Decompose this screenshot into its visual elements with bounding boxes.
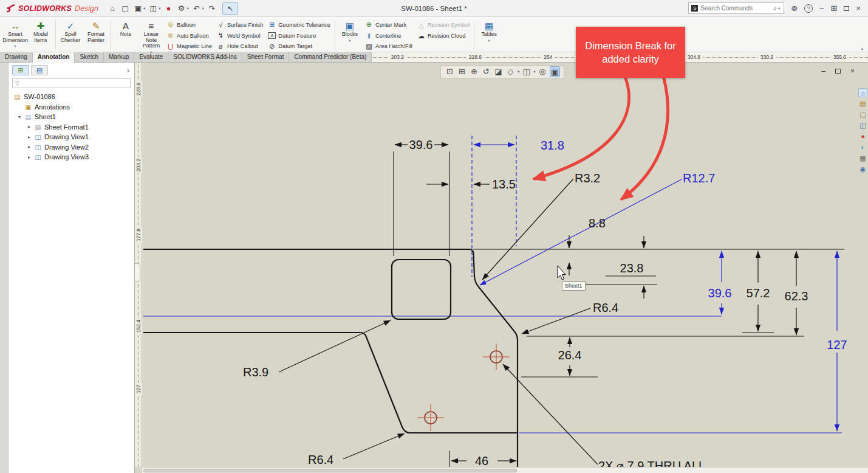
doc-restore-icon[interactable] [835,69,841,74]
blocks-caret[interactable]: ▾ [349,38,350,43]
dim-13-5[interactable]: 13.5 [492,178,516,191]
scenes-icon[interactable]: ◐ [858,143,867,152]
zoom-in-out-icon[interactable]: ⊕ [469,66,479,77]
dim-top-width-blue[interactable]: 31.8 [541,139,564,152]
dim-23-8[interactable]: 23.8 [620,261,644,275]
note-button[interactable]: A Note [113,18,138,52]
appearances-icon[interactable]: ● [858,132,867,141]
expander-open-icon[interactable]: ▾ [17,114,22,120]
center-mark-button[interactable]: ⊕Center Mark [363,19,415,30]
dim-radius-6-4-bottom[interactable]: R6.4 [308,453,333,466]
feature-filter-bar[interactable]: ▽ [12,78,131,88]
tab-solidworks-addins[interactable]: SOLIDWORKS Add-Ins [168,52,242,63]
redo-button[interactable]: ↷ [206,1,218,16]
options-button[interactable]: ⚙ [176,1,188,16]
tab-sketch[interactable]: Sketch [75,52,104,63]
dim-radius-12-7[interactable]: R12.7 [683,171,715,185]
dim-8-8[interactable]: 8.8 [589,216,606,230]
horizontal-scrollbar[interactable] [142,467,868,473]
search-dropdown-caret[interactable]: ▾ [778,6,780,11]
spell-checker-button[interactable]: ✓ Spell Checker [58,18,83,52]
select-tool-button[interactable]: ↖ [222,2,238,15]
tab-evaluate[interactable]: Evaluate [134,52,168,63]
record-button[interactable]: ● [163,1,175,16]
panel-expand-button[interactable]: › [127,66,132,75]
hide-show-items-icon[interactable]: ◎ [538,66,548,77]
open-dropdown-caret[interactable]: ▾ [143,6,145,11]
file-explorer-icon[interactable]: ▢ [858,110,867,119]
feature-tree-tab[interactable]: ⊞ [12,65,29,75]
dim-radius-3-9[interactable]: R3.9 [243,365,268,379]
save-dropdown-caret[interactable]: ▾ [159,6,160,11]
dim-127[interactable]: 127 [827,338,847,351]
dim-radius-6-4-top[interactable]: R6.4 [593,301,618,314]
smart-dimension-button[interactable]: ↔ Smart Dimension ▾ [2,18,28,52]
zoom-area-icon[interactable]: ⊞ [457,66,467,77]
blocks-button[interactable]: ▣ Blocks ▾ [337,18,363,52]
home-button[interactable]: ⌂ [106,1,118,16]
dim-radius-3-2[interactable]: R3.2 [575,171,600,185]
tree-item-sheet1[interactable]: ▾ ▤ Sheet1 [9,112,134,122]
view-settings-icon[interactable]: ▣ [550,66,560,77]
apps-button[interactable]: ⊞ [831,4,838,13]
previous-view-icon[interactable]: ↺ [481,66,491,77]
custom-properties-icon[interactable]: ▦ [858,154,867,163]
tables-caret[interactable]: ▾ [488,38,490,43]
help-button[interactable]: ? [804,4,813,13]
login-button[interactable]: ⊚ [791,4,798,13]
close-button[interactable]: × [856,4,861,13]
display-style-icon[interactable]: ◫ [521,66,531,77]
forum-icon[interactable]: ◉ [858,165,867,174]
panel-flyout-handle[interactable] [135,263,140,281]
tab-annotation[interactable]: Annotation [33,52,75,63]
tree-item-drawing-view1[interactable]: ▸ ◫ Drawing View1 [9,132,134,142]
balloon-button[interactable]: ⊚Balloon [164,19,214,30]
doc-minimize-icon[interactable]: – [821,67,825,75]
search-icon[interactable]: ⌕ [773,4,777,12]
geometric-tolerance-button[interactable]: ⊞Geometric Tolerance [265,19,333,30]
solidworks-resources-icon[interactable]: ⌂ [858,88,867,97]
area-hatch-fill-button[interactable]: ▨Area Hatch/Fill [363,41,415,52]
tree-item-annotations[interactable]: ▣ Annotations [9,102,134,112]
view-orientation-icon[interactable]: ◇ [505,66,516,77]
expander-closed-icon[interactable]: ▸ [27,154,32,160]
search-commands-box[interactable]: S ⌕ ▾ [688,2,784,14]
tree-item-drawing-view2[interactable]: ▸ ◫ Drawing View2 [9,142,134,153]
drawing-canvas[interactable]: 39.6 31.8 13.5 R3.2 R12.7 8.8 23.8 39.6 … [135,63,868,473]
search-commands-input[interactable] [700,5,771,12]
expander-closed-icon[interactable]: ▸ [27,134,32,140]
linear-note-pattern-caret[interactable]: ▾ [150,50,152,54]
datum-feature-button[interactable]: ADatum Feature [265,30,333,41]
display-style-caret[interactable]: ▾ [533,69,535,74]
tab-sheet-format[interactable]: Sheet Format [242,52,290,63]
feature-filter-input[interactable] [22,80,128,87]
undo-dropdown-caret[interactable]: ▾ [202,6,204,11]
undo-button[interactable]: ↶ [191,1,203,16]
expander-closed-icon[interactable]: ▸ [27,144,32,150]
dim-39-6-blue[interactable]: 39.6 [708,286,732,300]
zoom-fit-icon[interactable]: ⊡ [445,66,455,77]
open-document-button[interactable]: ▣ [132,1,144,16]
tree-item-sheet-format1[interactable]: ▸ ▤ Sheet Format1 [9,122,134,133]
dim-57-2[interactable]: 57.2 [747,286,770,300]
design-library-icon[interactable]: ▤ [858,99,867,108]
revision-cloud-button[interactable]: ☁Revision Cloud [415,30,472,41]
dim-62-3[interactable]: 62.3 [785,289,808,303]
dim-top-width[interactable]: 39.6 [409,138,433,151]
model-items-button[interactable]: ✚ Model Items [28,18,53,52]
scrollbar-thumb[interactable] [143,469,517,472]
surface-finish-button[interactable]: √Surface Finish [214,19,265,30]
dim-26-4[interactable]: 26.4 [558,348,582,362]
view-orientation-caret[interactable]: ▾ [518,69,519,74]
expander-closed-icon[interactable]: ▸ [27,124,32,129]
smart-dimension-caret[interactable]: ▾ [14,44,16,48]
restore-button[interactable] [844,6,849,11]
drawing-pane[interactable]: 39.6 31.8 13.5 R3.2 R12.7 8.8 23.8 39.6 … [135,63,868,473]
magnetic-line-button[interactable]: ⋃Magnetic Line [164,41,214,52]
tables-button[interactable]: ▦ Tables ▾ [476,18,502,52]
options-dropdown-caret[interactable]: ▾ [187,6,189,11]
tree-root-sw-01086[interactable]: ▤ SW-01086 [9,92,134,102]
auto-balloon-button[interactable]: ⊛Auto Balloon [164,30,214,41]
tab-markup[interactable]: Markup [104,52,134,63]
datum-target-button[interactable]: ⊘Datum Target [265,41,333,52]
